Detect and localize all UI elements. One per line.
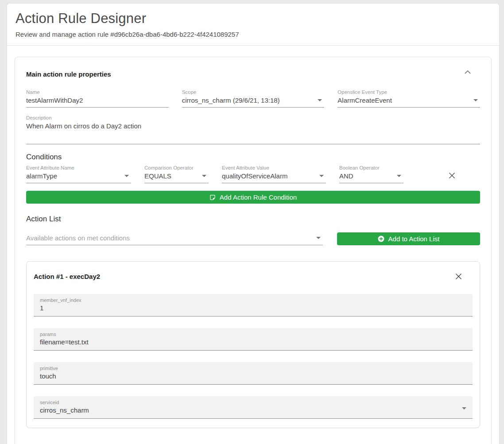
- params-label: params: [40, 332, 466, 337]
- main-rule-card: Main action rule properties Name testAla…: [15, 57, 492, 444]
- primitive-field[interactable]: primitive touch: [34, 362, 473, 385]
- dropdown-arrow-icon: [462, 407, 466, 409]
- name-field-value: testAlarmWithDay2: [26, 97, 169, 104]
- name-field-label: Name: [26, 89, 169, 95]
- dropdown-arrow-icon: [473, 99, 478, 101]
- main-rule-card-header: Main action rule properties: [26, 68, 480, 78]
- description-field[interactable]: Description When Alarm on cirros do a Da…: [26, 114, 480, 144]
- dropdown-arrow-icon: [397, 175, 401, 177]
- event-attribute-value-select[interactable]: Event Attribute Value qualityOfServiceAl…: [222, 164, 326, 183]
- page-header: Action Rule Designer Review and manage a…: [7, 4, 499, 46]
- dropdown-arrow-icon: [316, 237, 321, 239]
- action-card: Action #1 - execDay2 member_vnf_index 1 …: [26, 261, 480, 428]
- action-rule-designer-page: Action Rule Designer Review and manage a…: [7, 4, 499, 444]
- description-field-label: Description: [26, 115, 480, 120]
- event-attribute-value-value: qualityOfServiceAlarm: [222, 172, 326, 180]
- params-field[interactable]: params filename=test.txt: [34, 328, 473, 351]
- add-to-action-list-button[interactable]: Add to Action List: [337, 232, 480, 245]
- plus-circle-icon: [378, 236, 384, 242]
- scope-select[interactable]: Scope cirros_ns_charm (29/6/21, 13:18): [182, 89, 325, 108]
- primitive-label: primitive: [40, 366, 466, 371]
- main-properties-row: Name testAlarmWithDay2 Scope cirros_ns_c…: [26, 89, 480, 108]
- remove-action-button[interactable]: [454, 271, 464, 282]
- event-attribute-name-value: alarmType: [26, 172, 131, 180]
- action-card-header: Action #1 - execDay2: [34, 271, 473, 282]
- boolean-operator-value: AND: [339, 172, 403, 180]
- event-attribute-value-label: Event Attribute Value: [222, 165, 326, 170]
- dropdown-arrow-icon: [124, 175, 129, 177]
- comparison-operator-value: EQUALS: [144, 172, 209, 180]
- boolean-operator-select[interactable]: Boolean Operator AND: [339, 164, 403, 183]
- remove-condition-button[interactable]: [447, 170, 457, 181]
- page-subtitle: Review and manage action rule #d96cb26a-…: [16, 31, 490, 38]
- scope-select-label: Scope: [182, 89, 325, 95]
- dropdown-arrow-icon: [202, 175, 206, 177]
- boolean-operator-label: Boolean Operator: [339, 165, 403, 170]
- params-value: filename=test.txt: [40, 338, 466, 346]
- page-body: Main action rule properties Name testAla…: [7, 46, 499, 444]
- event-type-select-label: Openslice Event Type: [337, 89, 480, 95]
- name-field[interactable]: Name testAlarmWithDay2: [26, 89, 169, 108]
- event-attribute-name-label: Event Attribute Name: [26, 165, 131, 170]
- collapse-panel-button[interactable]: [461, 68, 474, 76]
- main-rule-card-title: Main action rule properties: [26, 68, 111, 78]
- event-attribute-name-select[interactable]: Event Attribute Name alarmType: [26, 164, 131, 183]
- available-actions-placeholder: Available actions on met conditions: [26, 234, 323, 242]
- serviceid-value: cirros_ns_charm: [40, 406, 466, 414]
- submit-row: Submit: [26, 438, 480, 444]
- member-vnf-index-label: member_vnf_index: [40, 297, 466, 303]
- sticky-note-icon: [209, 194, 216, 201]
- description-field-value: When Alarm on cirros do a Day2 action: [26, 122, 480, 130]
- scope-select-value: cirros_ns_charm (29/6/21, 13:18): [182, 97, 325, 104]
- event-type-select-value: AlarmCreateEvent: [337, 97, 480, 104]
- close-icon: [448, 171, 456, 180]
- event-type-select[interactable]: Openslice Event Type AlarmCreateEvent: [337, 89, 480, 108]
- add-condition-button-label: Add Action Rule Condition: [220, 194, 297, 201]
- serviceid-select[interactable]: serviceid cirros_ns_charm: [34, 396, 473, 419]
- add-to-action-list-button-label: Add to Action List: [388, 236, 440, 242]
- chevron-up-icon: [464, 69, 471, 74]
- dropdown-arrow-icon: [319, 175, 324, 177]
- add-condition-button[interactable]: Add Action Rule Condition: [26, 191, 480, 204]
- serviceid-label: serviceid: [40, 400, 466, 405]
- comparison-operator-label: Comparison Operator: [144, 165, 209, 170]
- page-title: Action Rule Designer: [16, 11, 490, 27]
- conditions-heading: Conditions: [26, 153, 480, 162]
- condition-row: Event Attribute Name alarmType Compariso…: [26, 164, 480, 183]
- action-list-heading: Action List: [26, 215, 480, 224]
- action-select-row: Available actions on met conditions Add …: [26, 232, 480, 245]
- dropdown-arrow-icon: [318, 99, 322, 101]
- primitive-value: touch: [40, 372, 466, 380]
- close-icon: [454, 272, 463, 281]
- available-actions-select[interactable]: Available actions on met conditions: [26, 233, 323, 245]
- comparison-operator-select[interactable]: Comparison Operator EQUALS: [144, 164, 209, 183]
- member-vnf-index-field[interactable]: member_vnf_index 1: [34, 294, 473, 317]
- member-vnf-index-value: 1: [40, 304, 466, 312]
- action-card-title: Action #1 - execDay2: [34, 273, 100, 280]
